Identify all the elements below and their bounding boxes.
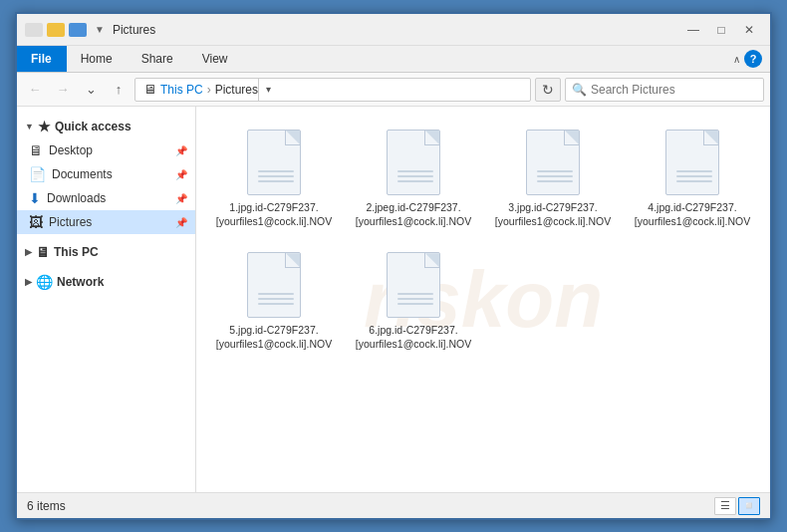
file-icon-6 (384, 250, 443, 320)
network-icon: 🌐 (36, 274, 53, 290)
sidebar-item-documents[interactable]: 📄 Documents 📌 (17, 162, 195, 186)
ribbon-tabs: File Home Share View ∧ ? (17, 46, 770, 72)
sidebar-item-desktop[interactable]: 🖥 Desktop 📌 (17, 138, 195, 162)
file-item-6[interactable]: 6.jpg.id-C279F237.[yourfiles1@cock.li].N… (348, 241, 479, 360)
this-pc-label: This PC (54, 245, 99, 259)
content-area: riskon 1.jpg.id-C279F237.[yourfiles1@coc… (196, 107, 770, 492)
quick-access-expand-icon: ▼ (25, 122, 34, 132)
pictures-icon: 🖼 (29, 214, 43, 230)
file-lines-4 (676, 170, 712, 182)
window-controls: — □ ✕ (680, 20, 762, 40)
file-name-6: 6.jpg.id-C279F237.[yourfiles1@cock.li].N… (354, 324, 473, 351)
view-buttons: ☰ ◽ (714, 497, 760, 515)
network-header[interactable]: ▶ 🌐 Network (17, 268, 195, 294)
file-name-3: 3.jpg.id-C279F237.[yourfiles1@cock.li].N… (493, 201, 613, 228)
sidebar-downloads-label: Downloads (47, 191, 169, 205)
path-icon: 🖥 (143, 82, 156, 97)
help-button[interactable]: ? (744, 50, 762, 68)
file-lines-3 (537, 170, 573, 182)
sidebar-item-pictures[interactable]: 🖼 Pictures 📌 (17, 210, 195, 234)
file-icon-2 (384, 128, 443, 197)
file-icon-1 (244, 128, 304, 197)
file-page-6 (387, 252, 440, 318)
path-dropdown-button[interactable]: ▾ (258, 78, 278, 102)
details-view-button[interactable]: ☰ (714, 497, 736, 515)
path-this-pc[interactable]: This PC (160, 83, 203, 97)
pin-icon-documents: 📌 (175, 169, 187, 180)
tab-share[interactable]: Share (128, 46, 188, 72)
this-pc-icon: 🖥 (36, 244, 50, 260)
sidebar-item-downloads[interactable]: ⬇ Downloads 📌 (17, 186, 195, 210)
address-path[interactable]: 🖥 This PC › Pictures ▾ (134, 78, 531, 102)
path-sep-1: › (207, 83, 211, 97)
sidebar-pictures-label: Pictures (49, 215, 169, 229)
files-grid-row1: 1.jpg.id-C279F237.[yourfiles1@cock.li].N… (208, 119, 758, 237)
ribbon: File Home Share View ∧ ? (17, 46, 770, 73)
pin-icon-downloads: 📌 (175, 193, 187, 204)
file-page-2 (387, 130, 440, 195)
network-expand-icon: ▶ (25, 277, 32, 287)
file-item-3[interactable]: 3.jpg.id-C279F237.[yourfiles1@cock.li].N… (487, 119, 619, 237)
pin-icon-desktop: 📌 (175, 145, 187, 156)
refresh-button[interactable]: ↻ (535, 78, 561, 102)
app-icon-1 (25, 23, 43, 37)
file-item-5[interactable]: 5.jpg.id-C279F237.[yourfiles1@cock.li].N… (208, 241, 340, 360)
main-area: ▼ ★ Quick access 🖥 Desktop 📌 📄 Documents… (17, 107, 770, 492)
close-button[interactable]: ✕ (736, 20, 762, 40)
explorer-window: ▼ Pictures — □ ✕ File Home Share View ∧ … (15, 12, 772, 520)
tab-home[interactable]: Home (67, 46, 128, 72)
network-label: Network (57, 275, 104, 289)
this-pc-section: ▶ 🖥 This PC (17, 238, 195, 264)
tab-view[interactable]: View (188, 46, 243, 72)
file-name-2: 2.jpeg.id-C279F237.[yourfiles1@cock.li].… (354, 201, 473, 228)
file-name-1: 1.jpg.id-C279F237.[yourfiles1@cock.li].N… (214, 201, 334, 228)
quick-access-header[interactable]: ▼ ★ Quick access (17, 113, 195, 138)
file-page-5 (247, 252, 301, 318)
sidebar-desktop-label: Desktop (49, 143, 169, 157)
title-bar-arrow: ▼ (95, 24, 105, 35)
forward-button[interactable]: → (51, 78, 75, 102)
maximize-button[interactable]: □ (708, 20, 734, 40)
quick-access-section: ▼ ★ Quick access 🖥 Desktop 📌 📄 Documents… (17, 113, 195, 234)
files-grid-row2: 5.jpg.id-C279F237.[yourfiles1@cock.li].N… (208, 241, 758, 360)
sidebar-documents-label: Documents (52, 167, 169, 181)
file-lines-5 (258, 293, 294, 305)
file-name-4: 4.jpg.id-C279F237.[yourfiles1@cock.li].N… (633, 201, 752, 228)
ribbon-chevron-icon[interactable]: ∧ (733, 54, 740, 65)
window-title: Pictures (113, 23, 680, 37)
search-input[interactable] (591, 83, 757, 97)
app-icon-2 (47, 23, 65, 37)
status-bar: 6 items ☰ ◽ (17, 492, 770, 518)
large-icons-view-button[interactable]: ◽ (738, 497, 760, 515)
path-pictures[interactable]: Pictures (215, 83, 258, 97)
tab-file[interactable]: File (17, 46, 67, 72)
ribbon-help: ∧ ? (733, 46, 770, 72)
this-pc-header[interactable]: ▶ 🖥 This PC (17, 238, 195, 264)
file-lines-2 (397, 170, 433, 182)
back-button[interactable]: ← (23, 78, 47, 102)
sidebar: ▼ ★ Quick access 🖥 Desktop 📌 📄 Documents… (17, 107, 196, 492)
minimize-button[interactable]: — (680, 20, 706, 40)
file-page-1 (247, 130, 301, 195)
item-count: 6 items (27, 499, 714, 513)
file-icon-3 (523, 128, 583, 197)
pin-icon-pictures: 📌 (175, 217, 187, 228)
desktop-icon: 🖥 (29, 142, 43, 158)
up-button[interactable]: ↑ (107, 78, 131, 102)
file-icon-4 (662, 128, 722, 197)
recent-button[interactable]: ⌄ (79, 78, 103, 102)
file-page-3 (526, 130, 580, 195)
search-icon: 🔍 (572, 83, 587, 97)
search-box[interactable]: 🔍 (565, 78, 764, 102)
file-lines-6 (397, 293, 433, 305)
quick-access-label: Quick access (55, 120, 131, 133)
title-bar-icons: ▼ (25, 23, 105, 37)
app-icon-3 (69, 23, 87, 37)
address-bar: ← → ⌄ ↑ 🖥 This PC › Pictures ▾ ↻ 🔍 (17, 73, 770, 107)
file-item-2[interactable]: 2.jpeg.id-C279F237.[yourfiles1@cock.li].… (348, 119, 479, 237)
network-section: ▶ 🌐 Network (17, 268, 195, 294)
file-item-4[interactable]: 4.jpg.id-C279F237.[yourfiles1@cock.li].N… (627, 119, 758, 237)
file-item-1[interactable]: 1.jpg.id-C279F237.[yourfiles1@cock.li].N… (208, 119, 340, 237)
file-lines-1 (258, 170, 294, 182)
file-page-4 (665, 130, 719, 195)
